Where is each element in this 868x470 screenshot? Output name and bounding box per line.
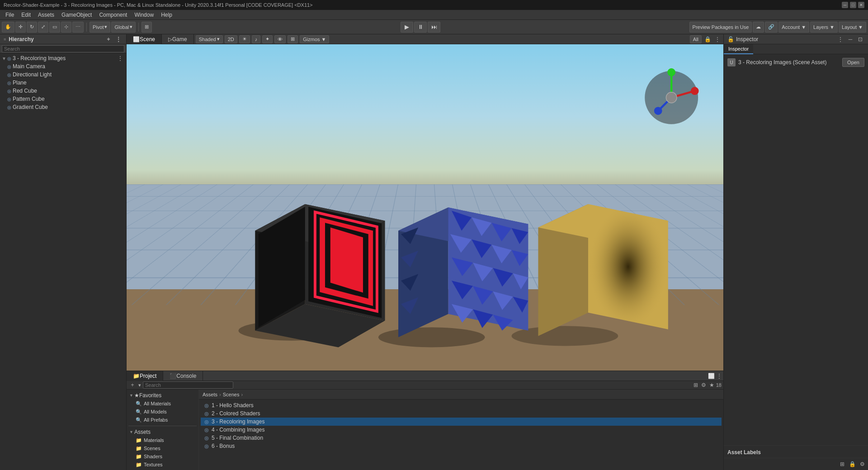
menu-edit[interactable]: Edit bbox=[18, 11, 34, 19]
game-tab-icon: ▷ bbox=[168, 36, 172, 42]
move-tool-button[interactable]: ✛ bbox=[15, 22, 26, 33]
project-add-button[interactable]: + bbox=[128, 381, 137, 389]
project-view-btn[interactable]: ⊞ bbox=[692, 381, 700, 389]
hierarchy-item-gradient-cube[interactable]: ◎ Gradient Cube bbox=[0, 103, 126, 111]
pivot-chevron-icon: ▾ bbox=[104, 24, 107, 30]
menu-component[interactable]: Component bbox=[95, 11, 131, 19]
file-item-1[interactable]: ◎ 1 - Hello Shaders bbox=[201, 401, 722, 409]
play-button[interactable]: ▶ bbox=[401, 22, 413, 33]
inspector-bottom-icon-2[interactable]: 🔒 bbox=[848, 460, 856, 468]
inspector-bottom-icon-3[interactable]: ⚙ bbox=[858, 460, 866, 468]
favorites-header[interactable]: ▼ ★ Favorites bbox=[128, 391, 197, 400]
proj-textures-folder[interactable]: 📁 Textures bbox=[128, 461, 197, 469]
tab-console[interactable]: ⬛ Console bbox=[163, 371, 203, 381]
scene-file-icon-2: ◎ bbox=[204, 411, 209, 417]
hand-tool-button[interactable]: ✋ bbox=[2, 22, 14, 33]
file-item-4[interactable]: ◎ 4 - Combining Images bbox=[201, 426, 722, 434]
hierarchy-item-red-cube[interactable]: ◎ Red Cube bbox=[0, 87, 126, 95]
pause-button[interactable]: ⏸ bbox=[414, 22, 427, 33]
inspector-more-button[interactable]: ⋮ bbox=[836, 35, 844, 43]
hierarchy-add-button[interactable]: + bbox=[104, 35, 113, 43]
file-item-2[interactable]: ◎ 2 - Colored Shaders bbox=[201, 409, 722, 418]
scale-tool-button[interactable]: ⤢ bbox=[38, 22, 48, 33]
inspector-minimize-button[interactable]: ─ bbox=[846, 35, 854, 43]
menu-gameobject[interactable]: GameObject bbox=[58, 11, 95, 19]
proj-scenes-folder[interactable]: 📁 Scenes bbox=[128, 444, 197, 452]
lighting-toggle[interactable]: ☀ bbox=[239, 35, 250, 43]
bottom-more-button[interactable]: ⋮ bbox=[715, 372, 723, 380]
assets-header[interactable]: ▼ Assets bbox=[128, 428, 197, 436]
scene-search-btn[interactable]: All bbox=[690, 35, 702, 43]
project-settings-btn[interactable]: ⚙ bbox=[700, 381, 708, 389]
proj-materials-folder[interactable]: 📁 Materials bbox=[128, 436, 197, 444]
fx-toggle[interactable]: ✦ bbox=[262, 35, 273, 43]
viewport[interactable] bbox=[127, 44, 723, 371]
menu-help[interactable]: Help bbox=[157, 11, 176, 19]
hierarchy-search-input[interactable] bbox=[2, 45, 124, 52]
menu-window[interactable]: Window bbox=[131, 11, 157, 19]
project-star-btn[interactable]: ★ bbox=[708, 381, 716, 389]
menu-assets[interactable]: Assets bbox=[34, 11, 58, 19]
scene-panel-lock-button[interactable]: 🔒 bbox=[703, 35, 712, 43]
minimize-button[interactable]: ─ bbox=[842, 2, 848, 8]
proj-all-models[interactable]: 🔍 All Models bbox=[128, 408, 197, 416]
inspector-open-button[interactable]: Open bbox=[842, 58, 864, 67]
gizmo-y-dot bbox=[667, 68, 675, 76]
audio-toggle[interactable]: ♪ bbox=[252, 35, 261, 43]
inspector-maximize-button[interactable]: ⊡ bbox=[856, 35, 864, 43]
tab-project[interactable]: 📁 Project bbox=[127, 371, 163, 381]
tab-game[interactable]: ▷ Game bbox=[162, 34, 194, 44]
gizmos-dropdown[interactable]: Gizmos ▼ bbox=[300, 35, 329, 43]
preview-packages-button[interactable]: Preview Packages in Use bbox=[689, 22, 752, 33]
scene-icon: ◎ bbox=[7, 56, 11, 61]
maximize-button[interactable]: □ bbox=[850, 2, 856, 8]
collab-button[interactable]: 🔗 bbox=[765, 22, 778, 33]
menu-file[interactable]: File bbox=[2, 11, 18, 19]
main-layout: ≡ Hierarchy + ⋮ ▼ ◎ 3 - Recoloring Image… bbox=[0, 34, 868, 470]
close-button[interactable]: ✕ bbox=[858, 2, 864, 8]
tab-scene[interactable]: ⬜ Scene bbox=[127, 34, 162, 44]
hierarchy-item-camera[interactable]: ◎ Main Camera bbox=[0, 62, 126, 70]
rect-tool-button[interactable]: ▭ bbox=[49, 22, 60, 33]
project-search-input[interactable] bbox=[143, 381, 233, 389]
transform-tool-button[interactable]: ⊹ bbox=[61, 22, 71, 33]
scene-grid-toggle[interactable]: ⊞ bbox=[288, 35, 298, 43]
proj-all-prefabs[interactable]: 🔍 All Prefabs bbox=[128, 416, 197, 424]
proj-shaders-folder[interactable]: 📁 Shaders bbox=[128, 452, 197, 461]
pivot-dropdown[interactable]: Pivot ▾ bbox=[90, 22, 110, 33]
bottom-maximize-button[interactable]: ⬜ bbox=[707, 372, 715, 380]
rotate-tool-button[interactable]: ↻ bbox=[27, 22, 37, 33]
breadcrumb-assets[interactable]: Assets bbox=[203, 392, 217, 397]
file-item-6[interactable]: ◎ 6 - Bonus bbox=[201, 442, 722, 450]
titlebar-controls: ─ □ ✕ bbox=[842, 2, 864, 8]
custom-tool-button[interactable]: ⋯ bbox=[72, 22, 84, 33]
favorites-star-icon: ★ bbox=[134, 392, 139, 399]
grid-settings-button[interactable]: ⊞ bbox=[142, 22, 152, 33]
scene-item-more-button[interactable]: ⋮ bbox=[116, 54, 124, 62]
hierarchy-more-button[interactable]: ⋮ bbox=[114, 35, 123, 43]
account-dropdown[interactable]: Account ▼ bbox=[778, 22, 809, 33]
hierarchy-search-bar bbox=[0, 44, 126, 53]
hierarchy-item-scene[interactable]: ▼ ◎ 3 - Recoloring Images ⋮ bbox=[0, 54, 126, 62]
project-panel: ▼ ★ Favorites 🔍 All Materials 🔍 All Mode… bbox=[127, 390, 723, 470]
hierarchy-title: Hierarchy bbox=[9, 36, 33, 42]
inspector-tab-inspector[interactable]: Inspector bbox=[724, 44, 753, 54]
hierarchy-item-pattern-cube[interactable]: ◎ Pattern Cube bbox=[0, 95, 126, 103]
file-item-5[interactable]: ◎ 5 - Final Combination bbox=[201, 434, 722, 442]
scene-panel-more-button[interactable]: ⋮ bbox=[713, 35, 722, 43]
inspector-lock-icon[interactable]: 🔓 bbox=[727, 36, 734, 42]
shading-mode-dropdown[interactable]: Shaded ▾ bbox=[196, 35, 223, 43]
step-button[interactable]: ⏭ bbox=[428, 22, 440, 33]
file-item-3[interactable]: ◎ 3 - Recoloring Images bbox=[201, 418, 722, 426]
layout-dropdown[interactable]: Layout ▼ bbox=[839, 22, 866, 33]
proj-all-materials[interactable]: 🔍 All Materials bbox=[128, 400, 197, 408]
global-dropdown[interactable]: Global ▾ bbox=[111, 22, 136, 33]
hierarchy-item-light[interactable]: ◎ Directional Light bbox=[0, 70, 126, 79]
inspector-bottom-icon-1[interactable]: ⊞ bbox=[838, 460, 846, 468]
layers-dropdown[interactable]: Layers ▼ bbox=[810, 22, 838, 33]
2d-toggle[interactable]: 2D bbox=[225, 35, 237, 43]
hierarchy-item-plane[interactable]: ◎ Plane bbox=[0, 79, 126, 87]
scene-visibility-toggle[interactable]: 👁 bbox=[274, 35, 286, 43]
cloud-build-button[interactable]: ☁ bbox=[753, 22, 764, 33]
breadcrumb-scenes[interactable]: Scenes bbox=[223, 392, 240, 397]
